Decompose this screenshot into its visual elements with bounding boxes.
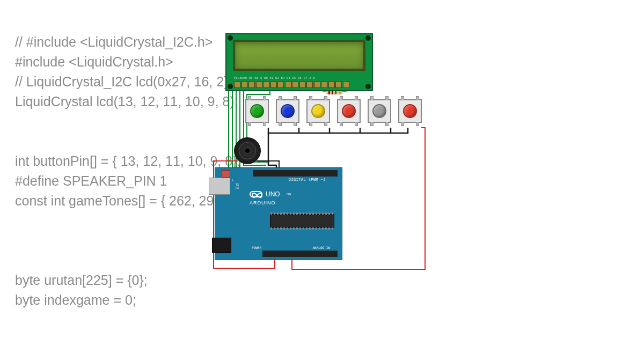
piezo-buzzer xyxy=(234,137,261,164)
power-label: POWER xyxy=(252,246,261,249)
button-blue[interactable] xyxy=(276,99,299,123)
lcd-16x2: VSSVDD0 RS RW E D0 D1 D2 D3 D4 D5 D6 D7 … xyxy=(225,33,373,91)
infinity-icon xyxy=(250,191,262,197)
button-yellow[interactable] xyxy=(306,99,330,123)
txrx-labels: TX RX xyxy=(236,183,239,189)
arduino-uno: DIGITAL (PWM ~) POWER ANALOG IN UNO ON A… xyxy=(215,167,342,260)
power-analog-header xyxy=(262,251,338,257)
button-red[interactable] xyxy=(337,99,361,123)
digital-label: DIGITAL (PWM ~) xyxy=(289,178,326,182)
analog-label: ANALOG IN xyxy=(312,246,330,249)
lcd-screen xyxy=(233,40,365,71)
lcd-pin-row xyxy=(234,82,364,89)
reset-button[interactable] xyxy=(222,170,230,178)
button-row xyxy=(245,99,422,123)
power-jack xyxy=(212,238,231,253)
button-gray[interactable] xyxy=(368,99,391,123)
button-green[interactable] xyxy=(245,99,269,123)
digital-header xyxy=(253,170,338,177)
button-red-2[interactable] xyxy=(398,99,422,123)
atmega-chip xyxy=(270,214,334,228)
arduino-model: ARDUINO xyxy=(250,200,276,205)
l-label: L xyxy=(232,179,234,182)
usb-port xyxy=(209,178,230,195)
lcd-pin-labels: VSSVDD0 RS RW E D0 D1 D2 D3 D4 D5 D6 D7 … xyxy=(234,76,315,79)
arduino-brand: UNO ON xyxy=(250,190,291,198)
